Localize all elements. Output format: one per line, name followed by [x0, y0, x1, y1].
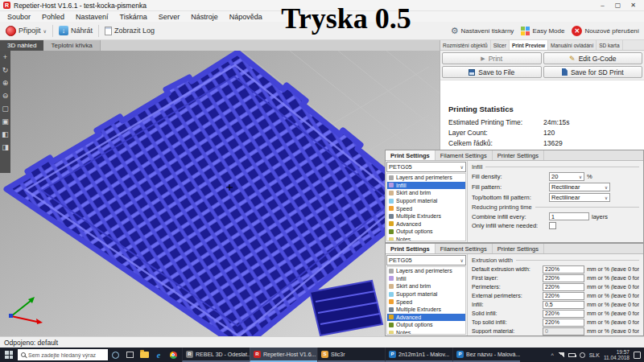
nav-speed[interactable]: Speed	[387, 204, 465, 212]
perimeters-width-input[interactable]	[543, 283, 584, 291]
external-perimeters-width-input[interactable]	[543, 292, 584, 300]
fill-pattern-select[interactable]: Rectilinear ∨	[549, 183, 610, 191]
tab-sd-card[interactable]: SD karta	[597, 40, 622, 50]
browser-button[interactable]	[166, 348, 180, 362]
edit-gcode-button[interactable]: ✎ Edit G-Code	[543, 52, 643, 64]
nav-output-options[interactable]: Output options	[387, 321, 465, 329]
nav-layers-perimeters[interactable]: Layers and perimeters	[387, 267, 465, 275]
save-to-file-button[interactable]: Save to File	[442, 66, 542, 78]
nav-notes[interactable]: Notes	[387, 329, 465, 335]
tab-slicer[interactable]: Slicer	[491, 40, 510, 50]
infill-width-input[interactable]	[543, 301, 584, 309]
close-button[interactable]: ✕	[625, 0, 641, 10]
volume-icon[interactable]	[580, 352, 585, 358]
nav-output-options[interactable]: Output options	[387, 228, 465, 236]
first-layer-width-input[interactable]	[543, 274, 584, 282]
zoom-in-icon[interactable]: ⊕	[1, 79, 10, 88]
maximize-button[interactable]: ▢	[610, 0, 625, 10]
tray-expand-icon[interactable]: ^	[551, 352, 553, 358]
network-icon[interactable]	[558, 352, 564, 357]
combine-infill-input[interactable]	[549, 212, 589, 220]
taskbar-app-paint-1[interactable]: P 2n12m1n1 - Malov...	[385, 348, 452, 362]
menu-nastroje[interactable]: Nástroje	[185, 13, 224, 21]
menu-pohled[interactable]: Pohled	[36, 13, 70, 21]
nav-multiple-extruders[interactable]: Multiple Extruders	[387, 212, 465, 220]
show-log-button[interactable]: Zobrazit Log	[99, 22, 160, 39]
infill-icon	[389, 276, 394, 281]
keyboard-language[interactable]: SLK	[589, 352, 600, 358]
file-explorer-button[interactable]	[137, 348, 151, 362]
pan-tool-icon[interactable]: +	[1, 53, 10, 62]
tray-clock[interactable]: 19:57 11.04.2018	[604, 349, 630, 361]
tab-object-placement[interactable]: Rozmístění objektů	[440, 40, 491, 50]
taskbar-search[interactable]: Sem zadejte hledaný výraz	[18, 349, 108, 360]
output-icon	[389, 229, 394, 234]
support-material-width-input[interactable]	[543, 327, 584, 335]
taskbar-app-paint-2[interactable]: P Bez názvu - Malová...	[452, 348, 520, 362]
tab-print-settings[interactable]: Print Settings	[386, 150, 436, 160]
taskbar-app-repetier[interactable]: R Repetier-Host V1.6...	[250, 348, 317, 362]
tab-filament-settings[interactable]: Filament Settings	[436, 150, 493, 160]
minimize-button[interactable]: –	[595, 0, 610, 10]
nav-layers-perimeters[interactable]: Layers and perimeters	[387, 174, 465, 182]
connect-button[interactable]: Připojit ∨	[0, 22, 52, 39]
menu-soubor[interactable]: Soubor	[2, 13, 36, 21]
taskbar-app-rebel3d[interactable]: R REBEL 3D - Odeslat...	[182, 348, 250, 362]
nav-support-material[interactable]: Support material	[387, 197, 465, 205]
solid-infill-width-input[interactable]	[543, 310, 584, 318]
edge-button[interactable]: e	[151, 348, 166, 362]
view-left-icon[interactable]: ◧	[1, 130, 10, 139]
nav-support-material[interactable]: Support material	[387, 290, 465, 298]
chevron-down-icon: ∨	[602, 195, 608, 200]
top-solid-infill-width-input[interactable]	[543, 319, 584, 327]
nav-multiple-extruders[interactable]: Multiple Extruders	[387, 306, 465, 314]
nav-speed[interactable]: Speed	[387, 298, 465, 306]
preset-dropdown[interactable]: PETG05 ∨	[386, 162, 466, 172]
zoom-out-icon[interactable]: ⊖	[1, 92, 10, 101]
3d-model-canvas[interactable]	[0, 51, 440, 336]
notification-center-icon[interactable]	[634, 352, 641, 359]
stat-row: Celkem řádků: 13629	[448, 138, 636, 149]
only-infill-checkbox[interactable]	[549, 222, 556, 229]
default-extrusion-width-input[interactable]	[543, 265, 584, 274]
tab-printer-settings[interactable]: Printer Settings	[493, 150, 544, 160]
section-extrusion-width: Extrusion width	[472, 257, 639, 264]
nav-infill[interactable]: Infill	[387, 182, 465, 190]
top-bottom-pattern-select[interactable]: Rectilinear ∨	[549, 193, 610, 202]
tab-print-settings[interactable]: Print Settings	[386, 244, 436, 253]
tab-filament-settings[interactable]: Filament Settings	[436, 244, 493, 253]
cortana-button[interactable]	[108, 348, 122, 362]
taskbar-app-slic3r[interactable]: S Slic3r	[317, 348, 385, 362]
preset-dropdown[interactable]: PETG05 ∨	[386, 255, 466, 265]
nav-infill[interactable]: Infill	[387, 275, 465, 283]
printer-settings-button[interactable]: ⚙ Nastavení tiskárny	[451, 27, 514, 35]
menu-nastaveni[interactable]: Nastavení	[70, 13, 114, 21]
tab-manual-control[interactable]: Manuální ovládání	[548, 40, 597, 50]
print-button[interactable]: ▶ Print	[442, 52, 542, 64]
rotate-tool-icon[interactable]: ↻	[1, 66, 10, 75]
load-button[interactable]: ↓ Náhrát	[53, 22, 98, 39]
nav-skirt-brim[interactable]: Skirt and brim	[387, 282, 465, 290]
emergency-stop-button[interactable]: ✕ Nouzové přerušení	[572, 26, 639, 36]
save-for-sd-button[interactable]: Save for SD Print	[543, 66, 643, 78]
settings-nav: Layers and perimeters Infill Skirt and b…	[386, 266, 466, 335]
menu-server[interactable]: Server	[153, 13, 186, 21]
start-button[interactable]	[0, 348, 18, 362]
tab-printer-settings[interactable]: Printer Settings	[493, 244, 544, 253]
nav-advanced[interactable]: Advanced	[387, 220, 465, 228]
battery-icon[interactable]	[568, 353, 576, 357]
fill-density-select[interactable]: 20 ∨	[549, 172, 584, 181]
nav-notes[interactable]: Notes	[387, 236, 465, 241]
tab-print-preview[interactable]: Print Preview	[510, 40, 548, 50]
menu-napoveda[interactable]: Nápověda	[224, 13, 268, 21]
tab-3d-view[interactable]: 3D náhled	[0, 40, 43, 51]
view-right-icon[interactable]: ◨	[1, 143, 10, 152]
nav-skirt-brim[interactable]: Skirt and brim	[387, 189, 465, 197]
view-top-icon[interactable]: ▣	[1, 117, 10, 126]
view-front-icon[interactable]: ▢	[1, 105, 10, 113]
task-view-button[interactable]	[122, 348, 137, 362]
tab-temperature-curve[interactable]: Teplotní křivka	[43, 40, 100, 51]
easy-mode-button[interactable]: Easy Mode	[521, 27, 564, 35]
nav-advanced[interactable]: Advanced	[387, 314, 465, 322]
menu-tiskarna[interactable]: Tiskárna	[114, 13, 153, 21]
